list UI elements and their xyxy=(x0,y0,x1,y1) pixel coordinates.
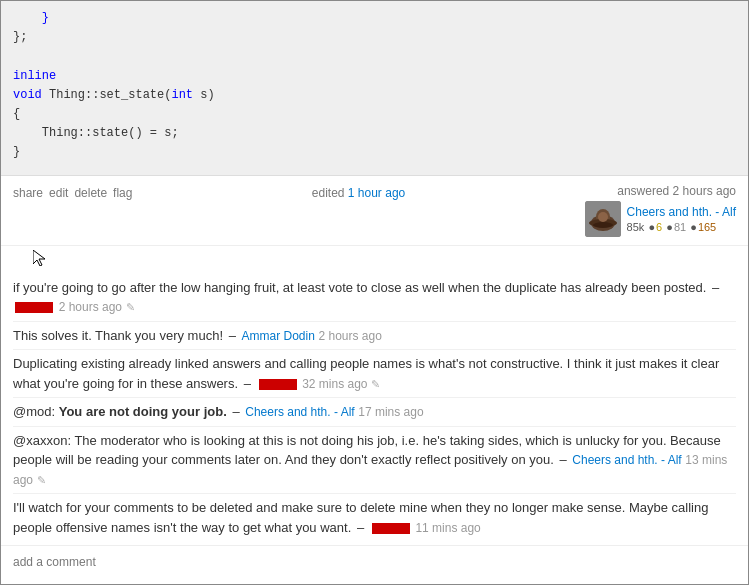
comment: Duplicating existing already linked answ… xyxy=(13,350,736,398)
comment-time: 17 mins ago xyxy=(358,405,423,419)
user-rep: 85k ●6 ●81 ●165 xyxy=(627,221,717,233)
edited-time[interactable]: 1 hour ago xyxy=(348,186,405,200)
user-info: Cheers and hth. - Alf 85k ●6 ●81 ●165 xyxy=(627,204,736,234)
code-line: inline xyxy=(13,67,736,86)
answered-label: answered 2 hours ago xyxy=(585,184,736,198)
comment: This solves it. Thank you very much! – A… xyxy=(13,322,736,351)
add-comment-link[interactable]: add a comment xyxy=(13,555,96,569)
comment-user-link[interactable]: Cheers and hth. - Alf xyxy=(572,453,681,467)
comments-section: if you're going to go after the low hang… xyxy=(1,266,748,547)
code-line: } xyxy=(13,9,736,28)
edit-icon[interactable]: ✎ xyxy=(126,301,135,313)
comment-time: 2 hours ago xyxy=(59,300,122,314)
comment-user-link[interactable]: Ammar Dodin xyxy=(241,329,314,343)
code-line: { xyxy=(13,105,736,124)
comment-text: if you're going to go after the low hang… xyxy=(13,280,721,295)
comment-time: 32 mins ago xyxy=(302,377,367,391)
comment-time: 11 mins ago xyxy=(415,521,480,535)
code-line: Thing::state() = s; xyxy=(13,124,736,143)
comment-time: 2 hours ago xyxy=(318,329,381,343)
add-comment-section: add a comment xyxy=(1,546,748,577)
edit-icon[interactable]: ✎ xyxy=(37,474,46,486)
comment-text: @mod: You are not doing your job. – xyxy=(13,404,245,419)
redacted-user xyxy=(259,379,297,390)
code-line: void Thing::set_state(int s) xyxy=(13,86,736,105)
flag-link[interactable]: flag xyxy=(113,186,132,200)
user-card: answered 2 hours ago Cheers and hth. - A… xyxy=(585,184,736,237)
share-link[interactable]: share xyxy=(13,186,43,200)
action-bar: share edit delete flag edited 1 hour ago… xyxy=(1,176,748,246)
comment: @xaxxon: The moderator who is looking at… xyxy=(13,427,736,495)
edited-info: edited 1 hour ago xyxy=(132,186,584,200)
code-line xyxy=(13,47,736,66)
action-links: share edit delete flag xyxy=(13,186,132,200)
svg-marker-6 xyxy=(33,250,45,266)
comment: if you're going to go after the low hang… xyxy=(13,274,736,322)
code-line: }; xyxy=(13,28,736,47)
user-name-link[interactable]: Cheers and hth. - Alf xyxy=(627,205,736,219)
svg-point-4 xyxy=(598,212,608,222)
svg-point-5 xyxy=(593,222,613,228)
comment-text: This solves it. Thank you very much! – xyxy=(13,328,241,343)
edit-link[interactable]: edit xyxy=(49,186,68,200)
edited-label: edited xyxy=(312,186,345,200)
mouse-cursor xyxy=(33,250,45,266)
cursor-area xyxy=(1,246,748,266)
comment-user-link[interactable]: Cheers and hth. - Alf xyxy=(245,405,354,419)
comment: I'll watch for your comments to be delet… xyxy=(13,494,736,541)
code-line: } xyxy=(13,143,736,162)
avatar xyxy=(585,201,621,237)
comment: @mod: You are not doing your job. – Chee… xyxy=(13,398,736,427)
comment-text: I'll watch for your comments to be delet… xyxy=(13,500,708,535)
answered-block: answered 2 hours ago Cheers and hth. - A… xyxy=(585,184,736,237)
redacted-user xyxy=(15,302,53,313)
redacted-user xyxy=(372,523,410,534)
code-block: } }; inline void Thing::set_state(int s)… xyxy=(1,1,748,176)
delete-link[interactable]: delete xyxy=(74,186,107,200)
edit-icon[interactable]: ✎ xyxy=(371,378,380,390)
